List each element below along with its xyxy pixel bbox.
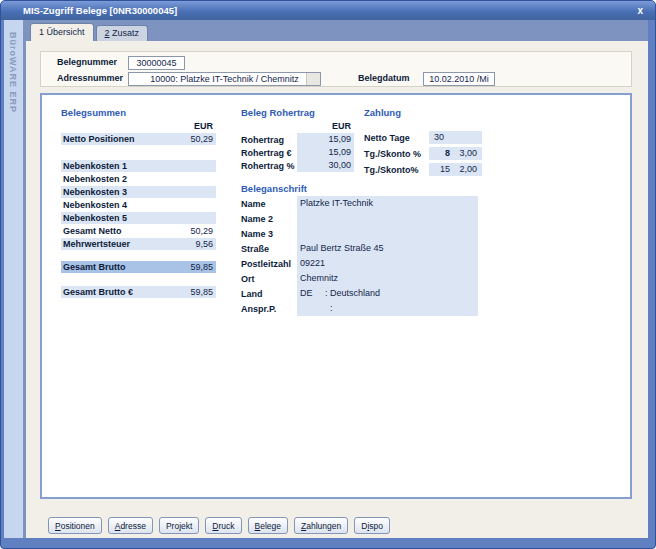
button-label-post: ositionen [61,521,95,531]
close-icon[interactable]: x [637,1,643,20]
row-value: Platzke IT-Technik [297,196,478,211]
row-label: Anspr.P. [241,304,297,314]
belegnummer-value: 30000045 [136,58,176,68]
row-label: Gesamt Netto [63,226,122,236]
anschrift-row-land: LandDE : Deutschland [241,286,478,301]
row-spacer [61,274,216,286]
adressnummer-input[interactable]: 10000: Platzke IT-Technik / Chemnitz [128,72,321,86]
row-label: Nebenkosten 5 [63,213,127,223]
rohertrag-section: Beleg Rohertrag EUR Rohertrag15,09Rohert… [241,107,354,172]
summary-row-gesamt-netto[interactable]: Gesamt Netto50,29 [61,225,216,237]
belegsummen-title: Belegsummen [61,107,216,119]
row-label: Rohertrag € [241,148,297,158]
summary-row-nebenkosten-3[interactable]: Nebenkosten 3 [61,186,216,198]
row-label: Straße [241,244,297,254]
row-label: Rohertrag % [241,161,297,171]
document-header-form: Belegnummer 30000045 Adressnummer 10000:… [40,51,632,87]
beleganschrift-rows: NamePlatzke IT-TechnikName 2Name 3Straße… [241,196,478,316]
zahlung-rows: Netto Tage30Tg./Skonto %83,00Tg./Skonto%… [364,131,484,176]
row-label: Name [241,199,297,209]
adressnummer-dropdown[interactable] [306,73,320,85]
row-label: Name 3 [241,229,297,239]
zahlung-row-tg-skonto: Tg./Skonto%152,00 [364,163,484,176]
row-label: Nebenkosten 1 [63,161,127,171]
belegsummen-rows: Netto Positionen50,29Nebenkosten 1Nebenk… [61,133,216,298]
row-value [297,211,478,226]
summary-row-mehrwertsteuer[interactable]: Mehrwertsteuer9,56 [61,238,216,250]
row-value: 50,29 [190,134,213,144]
row-value: 15,09 [297,146,354,159]
app-window: MIS-Zugriff Belege [0NR30000045] x BüroW… [0,0,656,549]
row-label: Ort [241,274,297,284]
row-label: Tg./Skonto% [364,165,429,175]
zahlung-row-netto-tage: Netto Tage30 [364,131,484,144]
page: Belegnummer 30000045 Adressnummer 10000:… [26,41,648,538]
anschrift-row-stra-e: StraßePaul Bertz Straße 45 [241,241,478,256]
row-spacer [61,146,216,160]
detail-panel: Belegsummen EUR Netto Positionen50,29Neb… [40,93,632,499]
rohertrag-currency-header: EUR [241,121,354,131]
beleganschrift-title: Beleganschrift [241,183,478,195]
button-label-post: spo [369,521,383,531]
anschrift-row-ort: OrtChemnitz [241,271,478,286]
summary-row-netto-positionen[interactable]: Netto Positionen50,29 [61,133,216,145]
row-value: 30,00 [297,159,354,172]
button-belege[interactable]: Belege [248,517,288,534]
days-value: 15 [429,163,457,176]
button-druck[interactable]: Druck [205,517,241,534]
summary-row-nebenkosten-1[interactable]: Nebenkosten 1 [61,160,216,172]
button-label-post: ruck [219,521,235,531]
row-label: Netto Positionen [63,134,135,144]
main-area: 1 Übersicht 2 Zusatz Belegnummer 3000004… [23,20,648,538]
button-adresse[interactable]: Adresse [108,517,153,534]
button-dispo[interactable]: Dispo [354,517,390,534]
button-positionen[interactable]: Positionen [48,517,102,534]
rohertrag-title: Beleg Rohertrag [241,107,354,119]
belegsummen-section: Belegsummen EUR Netto Positionen50,29Neb… [61,107,216,299]
belegnummer-input[interactable]: 30000045 [128,56,185,70]
row-label: Land [241,289,297,299]
zahlung-row-tg-skonto: Tg./Skonto %83,00 [364,147,484,160]
summary-row-nebenkosten-4[interactable]: Nebenkosten 4 [61,199,216,211]
anschrift-row-name-3: Name 3 [241,226,478,241]
button-label-post: elege [260,521,281,531]
row-label: Gesamt Brutto [63,262,126,272]
zahlung-section: Zahlung Netto Tage30Tg./Skonto %83,00Tg.… [364,107,484,179]
percent-value [457,131,482,144]
rohertrag-row-rohertrag: Rohertrag15,09 [241,133,354,146]
beleganschrift-section: Beleganschrift NamePlatzke IT-TechnikNam… [241,183,478,316]
tab-uebersicht[interactable]: 1 Übersicht [30,23,94,41]
belegdatum-value: 10.02.2010 /Mi [429,74,489,84]
belegdatum-input[interactable]: 10.02.2010 /Mi [423,72,495,86]
summary-row-gesamt-brutto[interactable]: Gesamt Brutto €59,85 [61,286,216,298]
row-value: 59,85 [190,287,213,297]
button-label-post: dresse [120,521,146,531]
button-projekt[interactable]: Projekt [159,517,199,534]
row-value: Paul Bertz Straße 45 [297,241,478,256]
row-label: Name 2 [241,214,297,224]
summary-row-nebenkosten-2[interactable]: Nebenkosten 2 [61,173,216,185]
summary-row-gesamt-brutto[interactable]: Gesamt Brutto59,85 [61,261,216,273]
row-value: 50,29 [190,226,213,236]
tab-uebersicht-label: 1 Übersicht [39,27,85,37]
row-label: Netto Tage [364,133,429,143]
belegsummen-currency-header: EUR [61,121,216,131]
button-label-post: ahlungen [306,521,341,531]
summary-row-nebenkosten-5[interactable]: Nebenkosten 5 [61,212,216,224]
button-label-post: ekt [181,521,192,531]
anschrift-row-name-2: Name 2 [241,211,478,226]
row-label: Nebenkosten 2 [63,174,127,184]
tab-zusatz[interactable]: 2 Zusatz [96,25,149,41]
anschrift-row-name: NamePlatzke IT-Technik [241,196,478,211]
button-zahlungen[interactable]: Zahlungen [294,517,348,534]
row-value: Chemnitz [297,271,478,286]
brand-text: BüroWARE ERP [8,32,18,113]
row-value: 9,56 [195,239,213,249]
row-label: Gesamt Brutto € [63,287,133,297]
zahlung-title: Zahlung [364,107,484,119]
days-value: 8 [429,147,457,160]
row-label: Mehrwertsteuer [63,239,130,249]
window-body: BüroWARE ERP 1 Übersicht 2 Zusatz Belegn… [4,20,648,538]
row-value [297,226,478,241]
rohertrag-rows: Rohertrag15,09Rohertrag €15,09Rohertrag … [241,133,354,172]
